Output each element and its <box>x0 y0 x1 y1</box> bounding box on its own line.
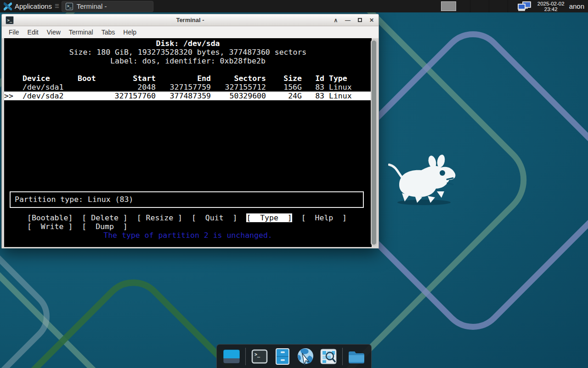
shade-button[interactable]: ∧ <box>333 17 339 23</box>
show-desktop-button[interactable] <box>222 347 241 366</box>
cfdisk-menu-row-1: [Bootable] [ Delete ] [ Resize ] [ Quit … <box>27 213 347 222</box>
taskbar-window-button[interactable]: >_ Terminal - <box>62 1 153 12</box>
dock-separator <box>245 348 246 365</box>
terminal-window: >_ Terminal - ∧ — ✕ File Edit View Termi… <box>1 14 379 248</box>
window-titlebar[interactable]: >_ Terminal - ∧ — ✕ <box>2 14 379 26</box>
folder-icon <box>348 349 365 364</box>
cfdisk-menu-dump[interactable]: [ Dump ] <box>82 222 127 231</box>
cfdisk-disk-title: Disk: /dev/sda <box>4 39 372 48</box>
cfdisk-menu-resize[interactable]: [ Resize ] <box>137 213 182 222</box>
file-drawers-launcher[interactable] <box>273 347 292 366</box>
dock-separator <box>342 348 343 365</box>
globe-browser-icon <box>296 347 315 366</box>
xfce-mouse-logo <box>388 151 457 205</box>
system-tray: 2025-02-02 23:42 anon <box>441 0 588 12</box>
applications-menu-button[interactable]: Applications <box>0 0 55 12</box>
partition-type-info-box: Partition type: Linux (83) <box>10 191 364 208</box>
cfdisk-menu-write[interactable]: [ Write ] <box>27 222 73 231</box>
window-buttons-handle-icon: ☰ <box>55 3 59 9</box>
panel-separator <box>489 0 489 12</box>
partition-row-sda1[interactable]: /dev/sda1 2048 327157759 327155712 156G … <box>4 83 372 92</box>
applications-label: Applications <box>15 2 52 10</box>
xubuntu-logo-icon <box>4 2 12 11</box>
display-settings-tray-icon[interactable] <box>517 1 532 12</box>
partition-table-header: Device Boot Start End Sectors Size Id Ty… <box>4 74 372 83</box>
terminal-body: Disk: /dev/sda Size: 180 GiB, 1932735283… <box>2 38 379 248</box>
menu-view[interactable]: View <box>43 27 65 37</box>
panel-separator <box>508 0 508 12</box>
cfdisk-status-message: The type of partition 2 is unchanged. <box>4 231 372 240</box>
cfdisk-menu-bootable[interactable]: [Bootable] <box>27 213 73 222</box>
clock-time: 23:42 <box>537 6 565 12</box>
file-cabinet-icon <box>275 348 290 365</box>
menu-file[interactable]: File <box>5 27 23 37</box>
web-browser-launcher[interactable] <box>296 347 315 366</box>
terminal-menubar: File Edit View Terminal Tabs Help <box>2 26 379 38</box>
menu-help[interactable]: Help <box>119 27 141 37</box>
application-finder-launcher[interactable] <box>319 347 338 366</box>
app-finder-icon <box>320 349 337 364</box>
maximize-button[interactable] <box>356 17 363 23</box>
minimize-button[interactable]: — <box>345 17 351 23</box>
svg-text:>_: >_ <box>254 352 260 357</box>
cfdisk-menu-type-selected[interactable]: [ Type ] <box>246 213 292 222</box>
panel-clock[interactable]: 2025-02-02 23:42 <box>537 1 565 12</box>
mouse-eye <box>440 170 445 176</box>
cfdisk-label-line: Label: dos, identifier: 0xb28fbe2b <box>4 57 372 65</box>
menu-tabs[interactable]: Tabs <box>97 27 119 37</box>
menu-edit[interactable]: Edit <box>23 27 43 37</box>
cfdisk-menu-quit[interactable]: [ Quit ] <box>192 213 237 222</box>
scrollbar-thumb[interactable] <box>372 40 376 245</box>
username-label: anon <box>569 2 584 10</box>
window-title: Terminal - <box>2 17 379 23</box>
cfdisk-screen[interactable]: Disk: /dev/sda Size: 180 GiB, 1932735283… <box>4 38 372 247</box>
taskbar-window-label: Terminal - <box>77 2 107 10</box>
terminal-icon: >_ <box>66 3 73 10</box>
close-button[interactable]: ✕ <box>368 17 375 23</box>
dock: >_ <box>216 344 372 368</box>
top-panel: Applications ☰ >_ Terminal - 2025-02-02 … <box>0 0 588 12</box>
cfdisk-menu-help[interactable]: [ Help ] <box>301 213 347 222</box>
terminal-scrollbar[interactable] <box>371 39 377 246</box>
menu-terminal[interactable]: Terminal <box>65 27 97 37</box>
terminal-launcher[interactable]: >_ <box>250 347 269 366</box>
panel-separator <box>470 0 470 12</box>
file-manager-launcher[interactable] <box>347 347 366 366</box>
show-desktop-icon <box>223 349 240 364</box>
cfdisk-menu-row-2: [ Write ] [ Dump ] <box>27 222 128 231</box>
terminal-icon: >_ <box>251 349 268 364</box>
cfdisk-menu-delete[interactable]: [ Delete ] <box>82 213 127 222</box>
partition-row-sda2-selected[interactable]: >> /dev/sda2 327157760 377487359 5032960… <box>4 92 372 100</box>
workspace-switcher[interactable] <box>441 1 456 11</box>
cfdisk-size-line: Size: 180 GiB, 193273528320 bytes, 37748… <box>4 48 372 57</box>
clock-date: 2025-02-02 <box>537 1 565 6</box>
